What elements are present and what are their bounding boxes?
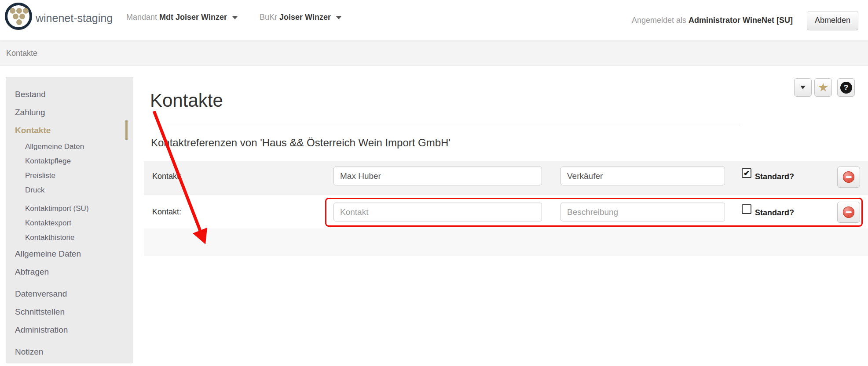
help-button[interactable]: ? [837, 78, 855, 97]
sidebar-item-kontaktpflege[interactable]: Kontaktpflege [6, 154, 133, 168]
remove-contact-button[interactable] [837, 202, 860, 223]
sidebar-item-kontakthistorie[interactable]: Kontakthistorie [6, 230, 133, 245]
caret-down-icon [336, 16, 341, 19]
form-row-stripe [144, 228, 868, 256]
favorite-button[interactable]: ★ [814, 78, 832, 97]
winenet-logo[interactable] [5, 3, 32, 30]
logged-in-user: Administrator WineNet [SU] [689, 16, 793, 25]
contact-description-input-empty[interactable] [560, 203, 725, 221]
logout-button[interactable]: Abmelden [807, 11, 858, 30]
mandant-label: Mandant [126, 13, 157, 22]
bukr-value: Joiser Winzer [279, 13, 331, 22]
sidebar-item-bestand[interactable]: Bestand [6, 85, 133, 103]
sidebar-item-kontaktimport[interactable]: Kontaktimport (SU) [6, 201, 133, 216]
contact-row-label: Kontakt: [152, 207, 181, 217]
bukr-label: BuKr [260, 13, 277, 22]
page-title: Kontakte [150, 90, 223, 111]
checkmark-icon: ✔ [743, 169, 750, 178]
standard-checkbox[interactable]: ✔ [742, 168, 751, 178]
brand-title: winenet-staging [36, 12, 113, 25]
title-divider [151, 125, 740, 125]
mandant-value: Mdt Joiser Winzer [159, 13, 227, 22]
sidebar-item-zahlung[interactable]: Zahlung [6, 103, 133, 121]
sidebar-item-notizen[interactable]: Notizen [6, 343, 133, 361]
sidebar-item-kontakte[interactable]: Kontakte [6, 121, 133, 139]
section-subtitle: Kontaktreferenzen von 'Haus && Österreic… [151, 137, 450, 149]
sidebar-item-allgemeine-daten[interactable]: Allgemeine Daten [6, 245, 133, 263]
sidebar-item-administration[interactable]: Administration [6, 321, 133, 339]
standard-checkbox[interactable] [742, 204, 751, 214]
sidebar-item-abfragen[interactable]: Abfragen [6, 263, 133, 281]
page-actions-dropdown-button[interactable] [794, 78, 812, 97]
caret-down-icon [800, 86, 806, 89]
sidebar-scroll-indicator[interactable] [125, 120, 128, 140]
standard-label: Standard? [755, 172, 794, 181]
contact-description-input[interactable] [560, 167, 725, 185]
grape-cluster-icon [10, 8, 15, 14]
sidebar-item-kontaktexport[interactable]: Kontaktexport [6, 216, 133, 230]
contact-row-label: Kontakt: [152, 172, 181, 181]
star-icon: ★ [818, 82, 828, 94]
caret-down-icon [232, 16, 238, 19]
question-circle-icon: ? [840, 82, 852, 94]
navbar-right: Angemeldet als Administrator WineNet [SU… [632, 0, 858, 41]
breadcrumb: Kontakte [6, 41, 37, 65]
page: winenet-staging Mandant Mdt Joiser Winze… [0, 0, 868, 366]
breadcrumb-bar: Kontakte [0, 41, 868, 66]
navbar: winenet-staging Mandant Mdt Joiser Winze… [0, 0, 868, 41]
minus-circle-icon [843, 207, 854, 218]
remove-contact-button[interactable] [837, 167, 860, 188]
logged-in-label: Angemeldet als [632, 16, 686, 25]
sidebar-item-datenversand[interactable]: Datenversand [6, 285, 133, 303]
sidebar-item-schnittstellen[interactable]: Schnittstellen [6, 303, 133, 321]
logged-in-status: Angemeldet als Administrator WineNet [SU… [632, 16, 793, 25]
sidebar-navigation: Bestand Zahlung Kontakte Allgemeine Date… [6, 77, 133, 363]
standard-label: Standard? [755, 208, 794, 217]
sidebar-item-druck[interactable]: Druck [6, 183, 133, 197]
mandant-dropdown[interactable]: Mandant Mdt Joiser Winzer [126, 13, 238, 22]
contact-name-input-empty[interactable] [333, 203, 542, 221]
sidebar-item-allgemeine-daten-sub[interactable]: Allgemeine Daten [6, 139, 133, 154]
bukr-dropdown[interactable]: BuKr Joiser Winzer [260, 13, 341, 22]
contact-name-input[interactable] [333, 167, 542, 185]
sidebar-item-preisliste[interactable]: Preisliste [6, 168, 133, 183]
minus-circle-icon [843, 171, 854, 183]
